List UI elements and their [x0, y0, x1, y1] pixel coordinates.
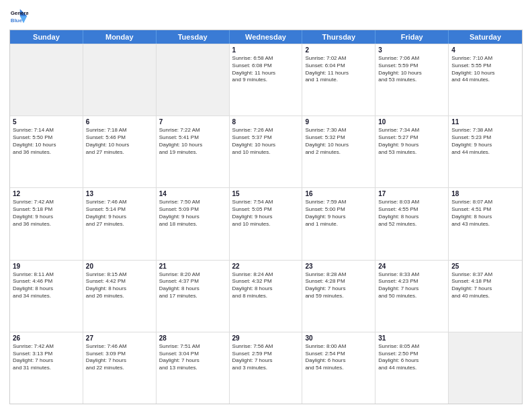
calendar-cell: 19Sunrise: 8:11 AM Sunset: 4:46 PM Dayli… — [10, 261, 83, 332]
day-number: 5 — [13, 118, 80, 126]
calendar-row: 19Sunrise: 8:11 AM Sunset: 4:46 PM Dayli… — [10, 260, 522, 332]
calendar-cell: 30Sunrise: 8:00 AM Sunset: 2:54 PM Dayli… — [302, 332, 375, 404]
day-number: 20 — [86, 263, 153, 270]
cell-text: Sunrise: 7:10 AM Sunset: 5:55 PM Dayligh… — [451, 55, 519, 84]
cell-text: Sunrise: 7:18 AM Sunset: 5:46 PM Dayligh… — [86, 127, 153, 156]
weekday-header: Tuesday — [157, 30, 230, 44]
day-number: 26 — [13, 334, 80, 342]
day-number: 22 — [232, 263, 300, 270]
cell-text: Sunrise: 7:50 AM Sunset: 5:09 PM Dayligh… — [159, 199, 226, 228]
cell-text: Sunrise: 8:05 AM Sunset: 2:50 PM Dayligh… — [378, 343, 445, 372]
day-number: 8 — [232, 118, 300, 126]
cell-text: Sunrise: 8:20 AM Sunset: 4:37 PM Dayligh… — [159, 271, 226, 300]
calendar-body: 1Sunrise: 6:58 AM Sunset: 6:08 PM Daylig… — [10, 44, 522, 404]
calendar-cell: 9Sunrise: 7:30 AM Sunset: 5:32 PM Daylig… — [302, 116, 375, 187]
day-number: 7 — [159, 118, 226, 126]
calendar-cell: 29Sunrise: 7:56 AM Sunset: 2:59 PM Dayli… — [230, 332, 303, 404]
day-number: 18 — [451, 190, 519, 197]
cell-text: Sunrise: 7:38 AM Sunset: 5:23 PM Dayligh… — [451, 127, 519, 156]
calendar-cell: 27Sunrise: 7:46 AM Sunset: 3:09 PM Dayli… — [83, 332, 157, 404]
day-number: 24 — [378, 263, 445, 270]
calendar-cell — [10, 44, 83, 116]
day-number: 13 — [86, 190, 153, 197]
day-number: 23 — [305, 263, 372, 270]
calendar-cell: 10Sunrise: 7:34 AM Sunset: 5:27 PM Dayli… — [375, 116, 449, 187]
weekday-header: Saturday — [449, 30, 522, 44]
calendar-row: 5Sunrise: 7:14 AM Sunset: 5:50 PM Daylig… — [10, 116, 522, 187]
calendar-cell: 22Sunrise: 8:24 AM Sunset: 4:32 PM Dayli… — [230, 261, 303, 332]
calendar: SundayMondayTuesdayWednesdayThursdayFrid… — [9, 30, 523, 404]
weekday-header: Thursday — [302, 30, 375, 44]
day-number: 9 — [305, 118, 372, 126]
calendar-cell: 3Sunrise: 7:06 AM Sunset: 5:59 PM Daylig… — [375, 44, 449, 116]
day-number: 27 — [86, 334, 153, 342]
calendar-cell — [83, 44, 157, 116]
calendar-cell: 13Sunrise: 7:46 AM Sunset: 5:14 PM Dayli… — [83, 188, 157, 259]
cell-text: Sunrise: 8:33 AM Sunset: 4:23 PM Dayligh… — [378, 271, 445, 300]
cell-text: Sunrise: 7:46 AM Sunset: 3:09 PM Dayligh… — [86, 343, 153, 372]
calendar-cell: 31Sunrise: 8:05 AM Sunset: 2:50 PM Dayli… — [375, 332, 449, 404]
day-number: 28 — [159, 334, 226, 342]
day-number: 15 — [232, 190, 300, 197]
calendar-cell: 16Sunrise: 7:59 AM Sunset: 5:00 PM Dayli… — [302, 188, 375, 259]
cell-text: Sunrise: 7:54 AM Sunset: 5:05 PM Dayligh… — [232, 199, 300, 228]
cell-text: Sunrise: 8:00 AM Sunset: 2:54 PM Dayligh… — [305, 343, 372, 372]
svg-text:General: General — [11, 10, 28, 16]
calendar-cell: 25Sunrise: 8:37 AM Sunset: 4:18 PM Dayli… — [449, 261, 522, 332]
page: General Blue SundayMondayTuesdayWednesda… — [0, 0, 532, 411]
calendar-cell: 7Sunrise: 7:22 AM Sunset: 5:41 PM Daylig… — [157, 116, 230, 187]
cell-text: Sunrise: 7:14 AM Sunset: 5:50 PM Dayligh… — [13, 127, 80, 156]
calendar-cell: 18Sunrise: 8:07 AM Sunset: 4:51 PM Dayli… — [449, 188, 522, 259]
calendar-cell: 28Sunrise: 7:51 AM Sunset: 3:04 PM Dayli… — [157, 332, 230, 404]
logo-icon: General Blue — [9, 7, 28, 26]
day-number: 31 — [378, 334, 445, 342]
cell-text: Sunrise: 8:28 AM Sunset: 4:28 PM Dayligh… — [305, 271, 372, 300]
calendar-cell: 1Sunrise: 6:58 AM Sunset: 6:08 PM Daylig… — [230, 44, 303, 116]
weekday-header: Friday — [375, 30, 449, 44]
cell-text: Sunrise: 7:59 AM Sunset: 5:00 PM Dayligh… — [305, 199, 372, 228]
day-number: 14 — [159, 190, 226, 197]
day-number: 17 — [378, 190, 445, 197]
calendar-cell: 5Sunrise: 7:14 AM Sunset: 5:50 PM Daylig… — [10, 116, 83, 187]
cell-text: Sunrise: 7:06 AM Sunset: 5:59 PM Dayligh… — [378, 55, 445, 84]
day-number: 29 — [232, 334, 300, 342]
calendar-cell: 23Sunrise: 8:28 AM Sunset: 4:28 PM Dayli… — [302, 261, 375, 332]
calendar-cell: 11Sunrise: 7:38 AM Sunset: 5:23 PM Dayli… — [449, 116, 522, 187]
day-number: 4 — [451, 46, 519, 54]
day-number: 12 — [13, 190, 80, 197]
calendar-header: SundayMondayTuesdayWednesdayThursdayFrid… — [10, 30, 522, 44]
header: General Blue — [9, 7, 523, 26]
day-number: 10 — [378, 118, 445, 126]
day-number: 2 — [305, 46, 372, 54]
calendar-cell: 20Sunrise: 8:15 AM Sunset: 4:42 PM Dayli… — [83, 261, 157, 332]
calendar-cell: 2Sunrise: 7:02 AM Sunset: 6:04 PM Daylig… — [302, 44, 375, 116]
calendar-cell: 17Sunrise: 8:03 AM Sunset: 4:55 PM Dayli… — [375, 188, 449, 259]
calendar-cell: 4Sunrise: 7:10 AM Sunset: 5:55 PM Daylig… — [449, 44, 522, 116]
calendar-cell: 26Sunrise: 7:42 AM Sunset: 3:13 PM Dayli… — [10, 332, 83, 404]
cell-text: Sunrise: 7:51 AM Sunset: 3:04 PM Dayligh… — [159, 343, 226, 372]
cell-text: Sunrise: 8:03 AM Sunset: 4:55 PM Dayligh… — [378, 199, 445, 228]
calendar-cell: 12Sunrise: 7:42 AM Sunset: 5:18 PM Dayli… — [10, 188, 83, 259]
cell-text: Sunrise: 7:56 AM Sunset: 2:59 PM Dayligh… — [232, 343, 300, 372]
cell-text: Sunrise: 7:34 AM Sunset: 5:27 PM Dayligh… — [378, 127, 445, 156]
calendar-cell: 21Sunrise: 8:20 AM Sunset: 4:37 PM Dayli… — [157, 261, 230, 332]
calendar-cell: 8Sunrise: 7:26 AM Sunset: 5:37 PM Daylig… — [230, 116, 303, 187]
svg-text:Blue: Blue — [11, 17, 23, 24]
cell-text: Sunrise: 8:37 AM Sunset: 4:18 PM Dayligh… — [451, 271, 519, 300]
day-number: 6 — [86, 118, 153, 126]
cell-text: Sunrise: 8:15 AM Sunset: 4:42 PM Dayligh… — [86, 271, 153, 300]
calendar-cell — [157, 44, 230, 116]
day-number: 21 — [159, 263, 226, 270]
weekday-header: Sunday — [10, 30, 83, 44]
day-number: 19 — [13, 263, 80, 270]
cell-text: Sunrise: 8:07 AM Sunset: 4:51 PM Dayligh… — [451, 199, 519, 228]
cell-text: Sunrise: 7:46 AM Sunset: 5:14 PM Dayligh… — [86, 199, 153, 228]
day-number: 3 — [378, 46, 445, 54]
cell-text: Sunrise: 7:26 AM Sunset: 5:37 PM Dayligh… — [232, 127, 300, 156]
day-number: 25 — [451, 263, 519, 270]
weekday-header: Monday — [83, 30, 157, 44]
day-number: 11 — [451, 118, 519, 126]
day-number: 30 — [305, 334, 372, 342]
calendar-cell: 24Sunrise: 8:33 AM Sunset: 4:23 PM Dayli… — [375, 261, 449, 332]
cell-text: Sunrise: 7:22 AM Sunset: 5:41 PM Dayligh… — [159, 127, 226, 156]
